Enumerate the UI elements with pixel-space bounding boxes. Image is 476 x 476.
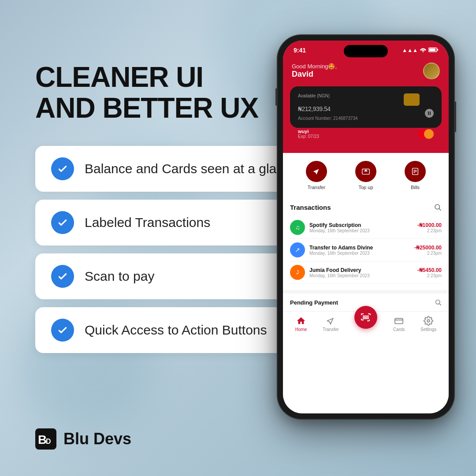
spotify-name: Spotify Subscription	[309, 222, 413, 228]
mastercard-logo	[418, 129, 434, 139]
nav-settings-label: Settings	[420, 327, 436, 332]
transfer-logo: ↗	[290, 242, 305, 257]
feature-text-2: Labeled Transactions	[85, 215, 210, 230]
brand-name: Blu Devs	[63, 430, 131, 448]
check-icon-3	[51, 265, 74, 288]
nav-cards[interactable]: Cards	[393, 316, 405, 332]
transactions-title: Transactions	[290, 204, 331, 211]
card-chip	[404, 93, 420, 106]
feature-text-3: Scan to pay	[85, 269, 154, 284]
spotify-amount: -₦1000.00	[417, 222, 442, 228]
wifi-icon	[420, 47, 426, 54]
transfer-time: 2:23pm	[414, 251, 442, 256]
transfer-date: Monday, 16th September 2023	[309, 251, 410, 256]
pending-header: Pending Payment	[290, 299, 442, 306]
feature-text-4: Quick Access to Action Buttons	[85, 323, 267, 338]
spotify-date: Monday, 16th September 2023	[309, 228, 413, 233]
brand-footer: B D Blu Devs	[35, 428, 131, 450]
nav-settings[interactable]: Settings	[420, 316, 436, 332]
home-icon	[296, 316, 306, 326]
bills-action[interactable]: Bills	[405, 161, 426, 190]
svg-text:D: D	[46, 438, 51, 445]
spotify-logo: ♫	[290, 220, 305, 235]
app-header: Good Morning🤩, David	[283, 57, 449, 86]
topup-label: Top up	[358, 185, 373, 190]
svg-rect-6	[437, 48, 438, 50]
jumia-amount-col: -₦5450.00 2:23pm	[417, 267, 442, 278]
phone-frame: 9:41 ▲▲▲	[278, 35, 454, 419]
transaction-item-spotify: ♫ Spotify Subscription Monday, 16th Sept…	[290, 216, 442, 239]
dynamic-island	[344, 45, 388, 57]
transactions-section: Transactions ♫ Spot	[283, 197, 449, 290]
svg-rect-16	[395, 319, 403, 324]
jumia-name: Jumia Food Delivery	[309, 267, 413, 273]
bottom-nav: Home Transfer	[283, 311, 449, 339]
check-icon-1	[51, 157, 74, 180]
cards-icon	[394, 316, 404, 326]
nfc-icon	[424, 108, 435, 121]
greeting-text: Good Morning🤩,	[292, 63, 337, 70]
nav-cards-label: Cards	[393, 327, 405, 332]
pending-title: Pending Payment	[290, 299, 338, 306]
pending-search-icon[interactable]	[435, 299, 442, 306]
brand-logo-icon: B D	[35, 428, 56, 450]
scan-icon	[361, 312, 371, 323]
svg-line-13	[439, 208, 441, 210]
nav-home-label: Home	[295, 327, 307, 332]
topup-action[interactable]: Top up	[355, 161, 376, 190]
spotify-time: 2:23pm	[417, 228, 442, 233]
jumia-amount: -₦5450.00	[417, 267, 442, 273]
phone-screen: 9:41 ▲▲▲	[283, 41, 449, 413]
svg-rect-7	[362, 169, 370, 175]
spotify-amount-col: -₦1000.00 2:23pm	[417, 222, 442, 233]
card-expiry: Exp: 07/23	[298, 134, 319, 139]
card-name: wuyi	[298, 129, 319, 134]
svg-point-12	[435, 205, 440, 209]
battery-icon	[428, 47, 438, 54]
transfer-label: Transfer	[308, 185, 326, 190]
bills-label: Bills	[411, 185, 420, 190]
transfer-name: Transfer to Adams Divine	[309, 245, 410, 251]
jumia-logo: J	[290, 265, 305, 280]
transfer-nav-icon	[326, 316, 335, 326]
balance-card: Available (NGN) ₦212,939.54 Account Numb…	[290, 86, 442, 128]
phone-mockup: 9:41 ▲▲▲	[278, 35, 454, 419]
signal-icon: ▲▲▲	[402, 47, 418, 53]
white-bottom-section: Transfer Top up	[283, 153, 449, 413]
check-icon-4	[51, 319, 74, 342]
account-number: Account Number: 2146873734	[298, 116, 434, 121]
feature-card-2: Labeled Transactions	[35, 200, 317, 245]
jumia-time: 2:23pm	[417, 273, 442, 278]
svg-point-14	[436, 300, 440, 304]
svg-point-3	[423, 52, 424, 52]
nav-transfer[interactable]: Transfer	[323, 316, 339, 332]
bills-icon	[405, 161, 426, 182]
scan-fab[interactable]	[354, 306, 377, 329]
svg-rect-5	[429, 48, 435, 51]
check-icon-2	[51, 211, 74, 234]
feature-card-1: Balance and Cards seen at a glance	[35, 146, 317, 192]
transfer-action[interactable]: Transfer	[306, 161, 327, 190]
status-time: 9:41	[294, 47, 306, 54]
svg-line-15	[439, 304, 441, 305]
user-name: David	[292, 70, 337, 79]
user-avatar	[423, 63, 440, 79]
feature-cards-list: Balance and Cards seen at a glance Label…	[35, 146, 317, 353]
search-icon[interactable]	[434, 203, 442, 211]
nav-transfer-label: Transfer	[323, 327, 339, 332]
nav-home[interactable]: Home	[295, 316, 307, 332]
red-top-section: 9:41 ▲▲▲	[283, 41, 449, 153]
transfer-info: Transfer to Adams Divine Monday, 16th Se…	[309, 245, 410, 256]
feature-card-4: Quick Access to Action Buttons	[35, 307, 317, 353]
settings-icon	[424, 316, 433, 326]
feature-text-1: Balance and Cards seen at a glance	[85, 161, 298, 176]
red-card-info: wuyi Exp: 07/23	[298, 129, 319, 139]
transfer-amount: -₦25000.00	[414, 245, 442, 251]
spotify-info: Spotify Subscription Monday, 16th Septem…	[309, 222, 413, 233]
screen-content: 9:41 ▲▲▲	[283, 41, 449, 413]
jumia-info: Jumia Food Delivery Monday, 16th Septemb…	[309, 267, 413, 278]
transaction-item-transfer: ↗ Transfer to Adams Divine Monday, 16th …	[290, 239, 442, 261]
svg-point-18	[427, 320, 430, 322]
transactions-header: Transactions	[290, 203, 442, 211]
feature-card-3: Scan to pay	[35, 253, 317, 299]
